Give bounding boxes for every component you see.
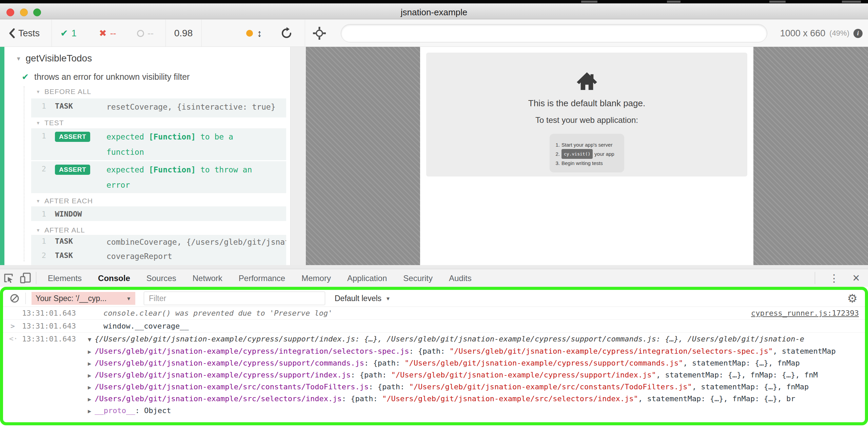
toggle-device-toolbar-button[interactable] — [17, 269, 34, 287]
source-link[interactable]: cypress_runner.js:172393 — [751, 307, 859, 320]
assert-badge: ASSERT — [55, 165, 90, 175]
levels-label: Default levels — [335, 294, 381, 303]
command-message: expected [Function] to throw an error — [106, 162, 269, 190]
menubar-artifact — [769, 1, 786, 3]
console-filter-input[interactable] — [144, 292, 325, 305]
object-property-row: ▶/Users/gleb/git/jsnation-example/cypres… — [3, 369, 865, 381]
device-toolbar-icon — [20, 273, 31, 283]
cypress-toolbar: Tests ✔ 1 ✖ -- -- 0.98 ↕ — [0, 20, 868, 47]
execution-context-selector[interactable]: Your Spec: '/__cyp... ▼ — [32, 292, 135, 305]
toolbar-divider — [815, 272, 815, 284]
url-input[interactable] — [341, 24, 767, 42]
hook-header-after-all[interactable]: ▼ AFTER ALL — [36, 226, 85, 234]
command-row[interactable]: 1 ASSERT expected [Function] to be a fun… — [31, 128, 286, 160]
devtools-tab-bar: Elements Console Sources Network Perform… — [0, 269, 868, 287]
viewport-size: 1000 x 660 — [780, 28, 826, 39]
console-settings-button[interactable]: ⚙ — [847, 290, 857, 307]
devtools-close-button[interactable]: × — [844, 271, 868, 285]
refresh-icon — [281, 27, 292, 39]
tab-network[interactable]: Network — [184, 269, 231, 287]
log-levels-dropdown[interactable]: Default levels ▼ — [335, 290, 391, 307]
selector-playground-button[interactable] — [313, 20, 326, 47]
object-property-row: ▶/Users/gleb/git/jsnation-example/src/co… — [3, 381, 865, 393]
passed-indicator-strip — [0, 47, 4, 265]
devtools-menu-button[interactable]: ⋮ — [824, 272, 844, 284]
suite-header[interactable]: ▾ getVisibleTodos — [17, 53, 92, 64]
ban-icon — [10, 294, 19, 303]
expand-triangle-icon[interactable]: ▶ — [88, 348, 91, 355]
hook-header-after-each[interactable]: ▼ AFTER EACH — [36, 197, 93, 205]
timestamp: 13:31:01.643 — [22, 320, 76, 333]
inspect-element-button[interactable] — [0, 269, 17, 287]
tab-security[interactable]: Security — [395, 269, 441, 287]
assert-badge: ASSERT — [55, 132, 90, 142]
console-messages: 13:31:01.643 console.clear() was prevent… — [3, 307, 865, 416]
collapse-triangle-icon[interactable]: ▼ — [88, 336, 91, 343]
main-area: ▾ getVisibleTodos ✔ throws an error for … — [0, 47, 868, 269]
failed-count-value: -- — [110, 28, 116, 39]
command-number: 1 — [33, 101, 46, 115]
back-to-tests-button[interactable]: Tests — [9, 20, 40, 47]
restart-tests-button[interactable] — [281, 20, 292, 47]
command-method: TASK — [55, 101, 106, 115]
cy-visit-code-chip: cy.visit() — [561, 149, 593, 159]
expand-triangle-icon[interactable]: ▶ — [88, 408, 91, 414]
check-icon: ✔ — [60, 28, 68, 39]
expand-triangle-icon[interactable]: ▶ — [88, 360, 91, 367]
test-title: throws an error for unknown visibility f… — [34, 72, 190, 82]
command-number: 1 — [33, 236, 46, 250]
tab-memory[interactable]: Memory — [293, 269, 339, 287]
pending-circle-icon — [137, 30, 144, 37]
timestamp: 13:31:01.643 — [22, 333, 76, 345]
expand-triangle-icon[interactable]: ▶ — [88, 384, 91, 391]
caret-down-icon: ▼ — [36, 228, 40, 233]
clear-console-button[interactable] — [10, 294, 19, 303]
expand-triangle-icon[interactable]: ▶ — [88, 396, 91, 403]
console-message-result: <· 13:31:01.643 ▼{/Users/gleb/git/jsnati… — [3, 333, 865, 345]
cypress-reporter-panel: ▾ getVisibleTodos ✔ throws an error for … — [0, 47, 290, 265]
tab-performance[interactable]: Performance — [231, 269, 293, 287]
passed-count: ✔ 1 — [60, 20, 77, 47]
caret-down-icon: ▾ — [17, 55, 20, 62]
command-row[interactable]: 2 ASSERT expected [Function] to throw an… — [31, 161, 286, 193]
test-result-row[interactable]: ✔ throws an error for unknown visibility… — [22, 72, 190, 82]
command-message: coverageReport — [106, 249, 172, 264]
instruction-step: 3.Begin writing tests — [556, 159, 624, 167]
window-title: jsnation-example — [0, 7, 868, 18]
caret-down-icon: ▼ — [36, 199, 40, 204]
viewport-info: 1000 x 660 (49%) i — [780, 20, 863, 47]
chevron-down-icon: ▼ — [126, 296, 131, 301]
tab-sources[interactable]: Sources — [138, 269, 184, 287]
expand-triangle-icon[interactable]: ▶ — [88, 372, 91, 379]
command-row[interactable]: 2 TASK coverageReport — [31, 249, 286, 265]
menubar-artifact — [667, 1, 680, 3]
tab-audits[interactable]: Audits — [441, 269, 480, 287]
hook-name: TEST — [44, 119, 64, 127]
default-blank-page-card: This is the default blank page. To test … — [426, 53, 747, 177]
instructions-box: 1.Start your app's server 2.cy.visit()yo… — [550, 134, 624, 172]
command-number: 2 — [33, 250, 46, 264]
menubar-artifact — [842, 1, 861, 3]
console-panel: Your Spec: '/__cyp... ▼ Default levels ▼… — [0, 287, 868, 425]
chevron-left-icon — [9, 28, 15, 38]
tab-console[interactable]: Console — [90, 269, 138, 287]
hook-header-test[interactable]: ▼ TEST — [36, 119, 64, 127]
command-number: 1 — [33, 131, 46, 157]
caret-down-icon: ▼ — [36, 89, 40, 94]
screen: jsnation-example Tests ✔ 1 ✖ -- -- 0.98 … — [0, 0, 868, 427]
menubar-artifact — [581, 1, 597, 3]
command-method: WINDOW — [55, 209, 106, 218]
command-number: 2 — [33, 164, 46, 190]
auto-scroll-toggle[interactable]: ↕ — [246, 20, 262, 47]
hook-guide-line — [24, 86, 24, 261]
hook-name: AFTER ALL — [44, 226, 85, 234]
chevron-down-icon: ▼ — [386, 296, 391, 301]
tab-elements[interactable]: Elements — [40, 269, 90, 287]
command-method: ASSERT — [55, 131, 106, 157]
command-row[interactable]: 1 TASK resetCoverage, {isinteractive: tr… — [31, 98, 286, 117]
hook-header-before-all[interactable]: ▼ BEFORE ALL — [36, 88, 91, 96]
command-row[interactable]: 1 WINDOW — [31, 206, 286, 221]
info-icon[interactable]: i — [853, 29, 863, 38]
tab-application[interactable]: Application — [339, 269, 395, 287]
auto-scroll-dot-icon — [246, 30, 253, 37]
